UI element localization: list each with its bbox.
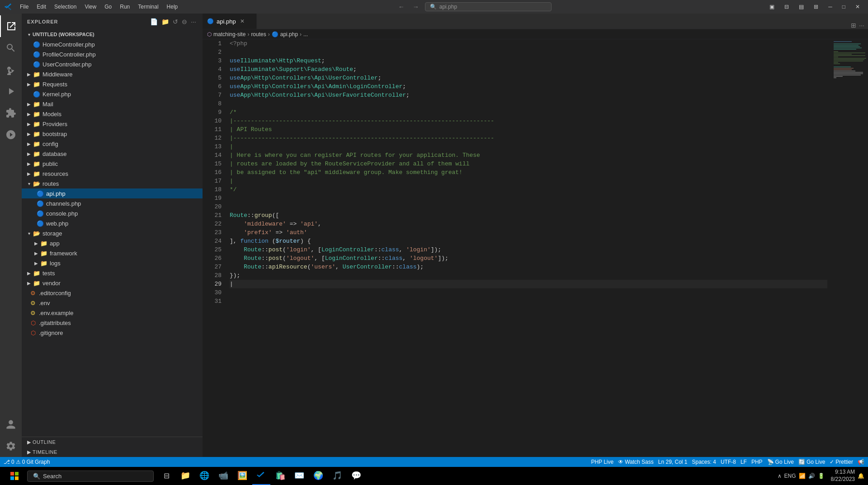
outline-panel[interactable]: ▶ OUTLINE: [22, 437, 203, 447]
folder-config[interactable]: ▶ 📁 config: [22, 139, 203, 149]
taskbar-vscode[interactable]: [252, 467, 270, 485]
broadcast-item[interactable]: 📢: [858, 459, 864, 465]
menu-go[interactable]: Go: [101, 3, 115, 11]
split-editor-button[interactable]: ⊞: [851, 22, 856, 29]
taskbar-store[interactable]: 🛍️: [271, 467, 289, 485]
activity-settings[interactable]: [0, 435, 22, 457]
activity-explorer[interactable]: [0, 15, 22, 37]
php-live-item[interactable]: PHP Live: [591, 459, 613, 465]
volume-icon[interactable]: 🔊: [808, 473, 815, 479]
folder-routes[interactable]: ▾ 📂 routes: [22, 179, 203, 188]
breadcrumb-routes[interactable]: routes: [251, 31, 266, 38]
file-web-php[interactable]: 🔵 web.php: [22, 218, 203, 228]
taskbar-chrome[interactable]: 🌍: [309, 467, 327, 485]
minimize-button[interactable]: ─: [825, 3, 836, 11]
taskbar-slack[interactable]: 💬: [347, 467, 365, 485]
list-item[interactable]: 🔵 Kernel.php: [22, 89, 203, 99]
forward-button[interactable]: →: [410, 2, 421, 11]
layout-icon4[interactable]: ⊞: [810, 3, 822, 11]
folder-middleware[interactable]: ▶ 📁 Middleware: [22, 69, 203, 79]
activity-search[interactable]: [0, 37, 22, 59]
close-button[interactable]: ✕: [852, 3, 863, 11]
folder-public[interactable]: ▶ 📁 public: [22, 159, 203, 169]
file-gitattributes[interactable]: ⬡ .gitattributes: [22, 318, 203, 328]
menu-edit[interactable]: Edit: [33, 3, 50, 11]
activity-extensions[interactable]: [0, 102, 22, 124]
menu-help[interactable]: Help: [163, 3, 182, 11]
folder-framework[interactable]: ▶ 📁 framework: [22, 248, 203, 258]
folder-requests[interactable]: ▶ 📁 Requests: [22, 79, 203, 89]
activity-run-debug[interactable]: [0, 80, 22, 102]
menu-run[interactable]: Run: [116, 3, 133, 11]
encoding-item[interactable]: UTF-8: [721, 459, 736, 465]
folder-logs[interactable]: ▶ 📁 logs: [22, 258, 203, 268]
folder-bootstrap[interactable]: ▶ 📁 bootstrap: [22, 129, 203, 139]
menu-selection[interactable]: Selection: [51, 3, 80, 11]
layout-icon1[interactable]: ▣: [766, 3, 778, 11]
watch-sass-item[interactable]: 👁 Watch Sass: [618, 459, 654, 465]
start-button[interactable]: [4, 467, 25, 485]
workspace-root[interactable]: ▾ UNTITLED (WORKSPACE): [22, 29, 203, 39]
time-display[interactable]: 9:13 AM 8/22/2023: [831, 469, 855, 483]
file-gitignore[interactable]: ⬡ .gitignore: [22, 328, 203, 338]
go-live-item[interactable]: 📡 Go Live: [767, 459, 794, 465]
spaces-item[interactable]: Spaces: 4: [692, 459, 716, 465]
folder-resources[interactable]: ▶ 📁 resources: [22, 169, 203, 179]
new-folder-button[interactable]: 📁: [160, 17, 170, 26]
maximize-button[interactable]: □: [839, 3, 849, 11]
menu-terminal[interactable]: Terminal: [134, 3, 162, 11]
folder-app[interactable]: ▶ 📁 app: [22, 238, 203, 248]
folder-storage[interactable]: ▾ 📂 storage: [22, 228, 203, 238]
tab-api-php[interactable]: 🔵 api.php ✕: [203, 14, 257, 29]
folder-database[interactable]: ▶ 📁 database: [22, 149, 203, 159]
activity-custom[interactable]: [0, 124, 22, 146]
folder-tests[interactable]: ▶ 📁 tests: [22, 268, 203, 278]
wifi-icon[interactable]: 📶: [799, 473, 806, 479]
taskbar-edge[interactable]: 🌐: [195, 467, 213, 485]
breadcrumb-project[interactable]: matching-site: [213, 31, 245, 38]
prettier-item[interactable]: ✓ Prettier: [830, 459, 853, 465]
tab-close-button[interactable]: ✕: [239, 18, 246, 25]
refresh-button[interactable]: ↺: [172, 17, 179, 26]
collapse-all-button[interactable]: ⊖: [181, 17, 188, 26]
list-item[interactable]: 🔵 UserController.php: [22, 59, 203, 69]
taskbar-file-explorer[interactable]: 📁: [176, 467, 194, 485]
file-env[interactable]: ⚙ .env: [22, 298, 203, 308]
eol-item[interactable]: LF: [741, 459, 747, 465]
layout-icon2[interactable]: ⊟: [781, 3, 793, 11]
back-button[interactable]: ←: [396, 2, 407, 11]
taskbar-app9[interactable]: 🎵: [328, 467, 346, 485]
file-channels-php[interactable]: 🔵 channels.php: [22, 198, 203, 208]
ln-col-item[interactable]: Ln 29, Col 1: [658, 459, 688, 465]
more-actions-button[interactable]: ···: [190, 17, 197, 26]
menu-view[interactable]: View: [81, 3, 100, 11]
folder-models[interactable]: ▶ 📁 Models: [22, 109, 203, 119]
layout-icon3[interactable]: ▤: [795, 3, 807, 11]
taskbar-search[interactable]: 🔍 Search: [27, 471, 154, 482]
list-item[interactable]: 🔵 ProfileController.php: [22, 49, 203, 59]
taskbar-mail[interactable]: ✉️: [290, 467, 308, 485]
go-live2-item[interactable]: 🔄 Go Live: [798, 459, 825, 465]
folder-mail[interactable]: ▶ 📁 Mail: [22, 99, 203, 109]
more-editor-button[interactable]: ···: [859, 22, 864, 29]
timeline-panel[interactable]: ▶ TIMELINE: [22, 447, 203, 457]
file-api-php[interactable]: 🔵 api.php: [22, 188, 203, 198]
list-item[interactable]: 🔵 HomeController.php: [22, 39, 203, 49]
taskbar-zoom[interactable]: 📹: [214, 467, 232, 485]
menu-file[interactable]: File: [16, 3, 32, 11]
file-env-example[interactable]: ⚙ .env.example: [22, 308, 203, 318]
chevron-up-icon[interactable]: ∧: [778, 473, 782, 479]
language-item[interactable]: PHP: [751, 459, 763, 465]
taskbar-app5[interactable]: 🖼️: [233, 467, 251, 485]
new-file-button[interactable]: 📄: [149, 17, 159, 26]
editor-content[interactable]: <?php use Illuminate\Http\Request; use I…: [225, 39, 832, 457]
file-editorconfig[interactable]: ⚙ .editorconfig: [22, 288, 203, 298]
folder-vendor[interactable]: ▶ 📁 vendor: [22, 278, 203, 288]
git-status-item[interactable]: ⎇ 0 ⚠ 0 Git Graph: [4, 459, 50, 465]
notification-icon[interactable]: 🔔: [858, 473, 864, 479]
activity-account[interactable]: [0, 414, 22, 435]
activity-source-control[interactable]: [0, 59, 22, 80]
workspace-search-bar[interactable]: 🔍 api.php: [425, 2, 552, 11]
breadcrumb-dots[interactable]: ...: [303, 31, 308, 38]
folder-providers[interactable]: ▶ 📁 Providers: [22, 119, 203, 129]
